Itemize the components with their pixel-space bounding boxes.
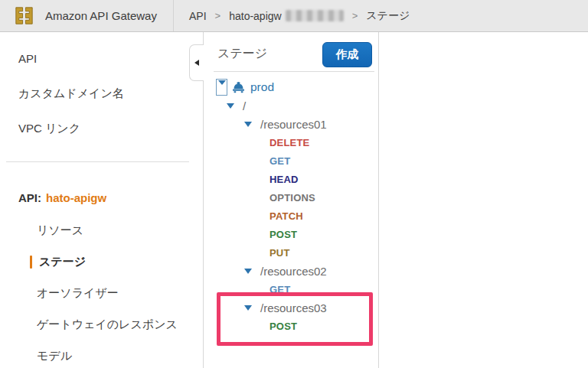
chevron-down-icon [244,122,252,127]
sidebar-item-gateway-responses[interactable]: ゲートウェイのレスポンス [0,309,203,340]
sidebar: APIカスタムドメイン名VPC リンク API: hato-apigw リソース… [0,32,203,368]
sidebar-item-api[interactable]: API [0,41,203,76]
method-label: GET [270,284,290,295]
topbar-separator [173,0,174,31]
method-label: PUT [270,247,290,259]
sidebar-item-resources[interactable]: リソース [0,215,203,246]
tree-method-get-11[interactable]: GET [204,280,378,298]
sidebar-api-header: API: hato-apigw [0,180,203,215]
tree-method-post-13[interactable]: POST [204,317,378,335]
tree-method-head-5[interactable]: HEAD [204,170,378,188]
tree-method-delete-3[interactable]: DELETE [204,133,378,151]
panel-title-divider [214,71,374,72]
breadcrumb-chevron: > [215,10,221,21]
method-label: POST [270,229,297,240]
stage-panel: ステージ 作成 prod//resources01DELETEGETHEADOP… [203,32,379,368]
sidebar-item-vpc-links[interactable]: VPC リンク [0,111,203,146]
breadcrumb: API > hato-apigw > ステージ [189,0,410,31]
resource-label: / [243,99,246,112]
sidebar-api-list: リソースステージオーソライザーゲートウェイのレスポンスモデル [0,215,203,368]
stage-icon [232,81,245,93]
sidebar-item-label: リソース [37,223,83,238]
sidebar-divider [6,161,189,162]
chevron-down-icon [227,103,234,109]
chevron-down-icon [244,305,252,311]
panel-title: ステージ [217,46,267,62]
stage-expand-toggle[interactable] [216,79,227,96]
method-label: PATCH [270,210,303,222]
tree-method-put-9[interactable]: PUT [204,243,378,262]
method-label: POST [270,321,297,332]
sidebar-item-label: モデル [37,349,72,363]
sidebar-top-list: APIカスタムドメイン名VPC リンク [0,32,203,146]
sidebar-item-authorizers[interactable]: オーソライザー [0,278,203,309]
sidebar-item-label: ステージ [39,255,86,269]
stage-tree: prod//resources01DELETEGETHEADOPTIONSPAT… [204,78,378,335]
breadcrumb-chevron: > [352,10,358,21]
tree-method-options-6[interactable]: OPTIONS [204,188,378,207]
sidebar-item-label: オーソライザー [37,286,119,301]
resource-label: /resources01 [260,118,327,131]
create-stage-button[interactable]: 作成 [322,42,372,67]
tree-method-post-8[interactable]: POST [204,225,378,243]
chevron-down-icon [218,80,226,85]
redacted-api-id [286,10,344,21]
sidebar-item-label: ゲートウェイのレスポンス [37,318,178,332]
tree-resource-resources01[interactable]: /resources01 [204,115,378,133]
selected-indicator [30,256,32,269]
tree-stage-prod[interactable]: prod [204,78,378,96]
method-label: HEAD [270,174,299,185]
sidebar-item-models[interactable]: モデル [0,340,203,368]
tree-resource-root[interactable]: / [204,96,378,115]
topbar: Amazon API Gateway API > hato-apigw > ステ… [0,0,588,32]
resource-label: /resources03 [260,301,327,314]
tree-method-patch-7[interactable]: PATCH [204,207,378,225]
sidebar-item-custom-domain-names[interactable]: カスタムドメイン名 [0,76,203,111]
api-gateway-logo-icon [12,4,36,28]
sidebar-api-label: API: [18,191,41,204]
tree-method-get-4[interactable]: GET [204,151,378,170]
sidebar-item-stages[interactable]: ステージ [0,246,203,278]
method-label: OPTIONS [270,192,315,204]
chevron-left-icon [194,60,199,66]
breadcrumb-page[interactable]: ステージ [366,9,410,23]
panel-collapse-button[interactable] [189,44,204,81]
chevron-down-icon [244,269,252,274]
breadcrumb-api-name[interactable]: hato-apigw [229,10,282,22]
resource-label: /resources02 [260,265,327,278]
method-label: GET [270,155,290,167]
tree-resource-resources03[interactable]: /resources03 [204,298,378,317]
tree-resource-resources02[interactable]: /resources02 [204,262,378,280]
breadcrumb-api[interactable]: API [189,10,207,22]
service-title: Amazon API Gateway [45,0,157,31]
stage-label: prod [250,80,274,94]
sidebar-api-name: hato-apigw [46,191,106,204]
method-label: DELETE [270,137,309,148]
